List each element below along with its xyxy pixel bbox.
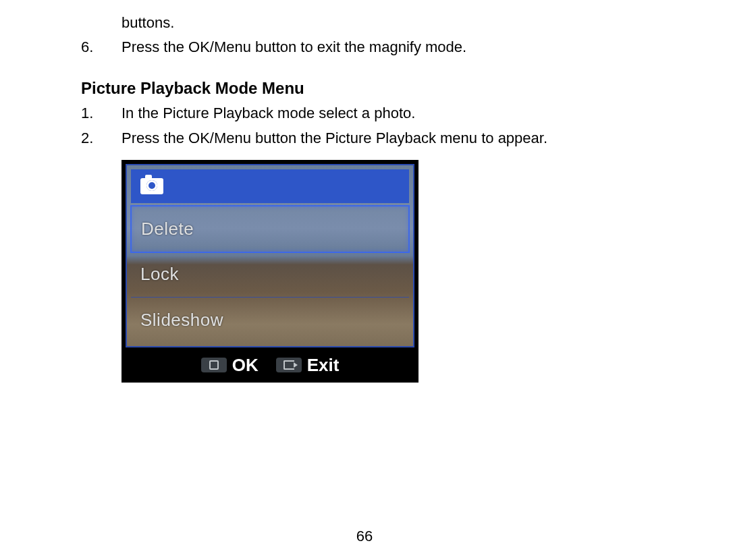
body-text-continuation: buttons. <box>81 11 648 34</box>
numbered-item-2: 2. Press the OK/Menu button the Picture … <box>81 125 648 150</box>
camera-menu-panel: Delete Lock Slideshow <box>126 164 414 347</box>
page-number: 66 <box>0 528 729 545</box>
manual-page: buttons. 6. Press the OK/Menu button to … <box>0 0 729 560</box>
list-number: 2. <box>81 125 122 150</box>
camera-footer-bar: OK Exit <box>123 349 417 381</box>
ok-button-icon <box>201 358 227 372</box>
list-number: 1. <box>81 101 122 125</box>
numbered-item-6: 6. Press the OK/Menu button to exit the … <box>81 34 648 59</box>
exit-hint: Exit <box>276 355 340 376</box>
list-text: Press the OK/Menu button the Picture Pla… <box>122 125 648 150</box>
menu-item-lock[interactable]: Lock <box>131 252 409 298</box>
list-text: In the Picture Playback mode select a ph… <box>122 101 648 125</box>
exit-button-icon <box>276 358 302 372</box>
list-number: 6. <box>81 34 122 59</box>
camera-icon <box>140 178 163 194</box>
section-heading: Picture Playback Mode Menu <box>81 79 648 98</box>
menu-tab-bar <box>131 169 409 203</box>
menu-list: Delete Lock Slideshow <box>131 206 409 342</box>
menu-item-slideshow[interactable]: Slideshow <box>131 298 409 342</box>
list-text: Press the OK/Menu button to exit the mag… <box>122 34 648 59</box>
exit-label: Exit <box>307 355 340 376</box>
ok-label: OK <box>232 355 259 376</box>
camera-lcd-screenshot: Delete Lock Slideshow OK Exit <box>122 160 418 383</box>
numbered-item-1: 1. In the Picture Playback mode select a… <box>81 101 648 125</box>
ok-hint: OK <box>201 355 259 376</box>
menu-item-delete[interactable]: Delete <box>130 205 410 252</box>
